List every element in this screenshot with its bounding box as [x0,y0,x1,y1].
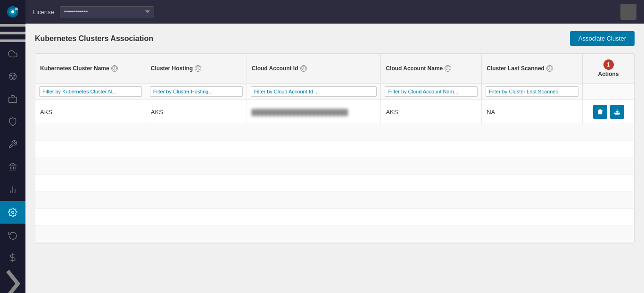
sidebar-item-shield[interactable] [0,110,25,133]
clusters-table: Kubernetes Cluster Name ⓘ Cluster Hostin… [35,54,634,243]
cluster-last-scanned-info-icon[interactable]: ⓘ [546,65,553,72]
filter-input-cluster-last-scanned[interactable] [486,86,578,97]
blurred-account-id: ████████████████████████ [252,109,348,116]
filter-input-cluster-hosting[interactable] [150,86,243,97]
empty-row-1 [35,124,634,141]
svg-point-3 [15,8,18,10]
filter-cell-cluster-hosting [146,84,247,100]
filter-input-kubernetes-cluster-name[interactable] [39,86,142,97]
svg-point-10 [12,77,14,79]
cell-kubernetes-cluster-name: AKS [35,100,146,124]
svg-point-8 [10,75,12,76]
col-header-cloud-account-name: Cloud Account Name ⓘ [381,54,482,84]
filter-cell-cloud-account-name [381,84,482,100]
empty-row-7 [35,226,634,243]
main-area: License •••••••••••• Kubernetes Clusters… [25,0,644,293]
sidebar-item-briefcase[interactable] [0,88,25,110]
svg-rect-4 [0,24,25,26]
cell-cluster-last-scanned: NA [482,100,583,124]
clusters-table-container: Kubernetes Cluster Name ⓘ Cluster Hostin… [35,53,635,243]
sidebar-item-chart[interactable] [0,178,25,201]
cell-actions [583,100,634,124]
filter-cell-cloud-account-id [247,84,381,100]
col-header-cluster-hosting: Cluster Hosting ⓘ [146,54,247,84]
kubernetes-cluster-name-info-icon[interactable]: ⓘ [111,65,118,72]
actions-label: Actions [587,71,629,77]
col-header-kubernetes-cluster-name: Kubernetes Cluster Name ⓘ [35,54,146,84]
filter-input-cloud-account-name[interactable] [385,86,478,97]
page-title: Kubernetes Clusters Association [35,34,153,43]
svg-rect-11 [9,97,17,103]
hamburger-menu-icon[interactable] [0,24,25,42]
empty-row-2 [35,141,634,158]
empty-row-5 [35,192,634,209]
topbar-title: License [33,8,54,16]
filter-cell-cluster-last-scanned [482,84,583,100]
empty-row-4 [35,175,634,192]
cluster-hosting-info-icon[interactable]: ⓘ [195,65,201,72]
svg-point-2 [11,10,14,13]
cell-cluster-hosting: AKS [146,100,247,124]
topbar: License •••••••••••• [25,0,644,24]
sidebar-item-settings[interactable] [0,201,25,224]
col-header-cloud-account-id: Cloud Account Id ⓘ [247,54,381,84]
license-select[interactable]: •••••••••••• [60,6,154,17]
svg-point-7 [9,73,17,80]
cell-cloud-account-id: ████████████████████████ [247,100,381,124]
svg-point-9 [14,75,15,76]
col-header-cluster-last-scanned: Cluster Last Scanned ⓘ [482,54,583,84]
sidebar-item-palette[interactable] [0,65,25,88]
svg-marker-17 [9,163,16,165]
sidebar [0,0,25,293]
sidebar-item-history[interactable] [0,224,25,246]
download-button[interactable] [610,105,624,119]
sidebar-item-bank[interactable] [0,156,25,178]
svg-rect-5 [0,32,25,34]
filter-cell-kubernetes-cluster-name [35,84,146,100]
sidebar-expand-button[interactable] [0,274,25,293]
table-row: AKS AKS ████████████████████████ AKS NA [35,100,634,124]
actions-badge: 1 [603,59,614,70]
content-area: Kubernetes Clusters Association Associat… [25,24,644,293]
sidebar-item-tools[interactable] [0,133,25,156]
filter-cell-actions [583,84,634,100]
cloud-account-id-info-icon[interactable]: ⓘ [300,65,307,72]
cell-cloud-account-name: AKS [381,100,482,124]
filter-input-cloud-account-id[interactable] [251,86,377,97]
sidebar-item-dollar[interactable] [0,246,25,269]
col-header-actions: 1 Actions [583,54,634,84]
svg-rect-6 [0,40,25,42]
cloud-account-name-info-icon[interactable]: ⓘ [445,65,451,72]
user-avatar[interactable] [620,4,636,20]
page-header: Kubernetes Clusters Association Associat… [35,31,635,46]
delete-button[interactable] [593,105,607,119]
empty-row-6 [35,209,634,226]
associate-cluster-button[interactable]: Associate Cluster [570,31,635,46]
sidebar-item-cloud[interactable] [0,42,25,65]
svg-point-21 [12,211,14,214]
sidebar-nav [0,42,25,274]
action-buttons [587,105,629,119]
empty-row-3 [35,158,634,175]
